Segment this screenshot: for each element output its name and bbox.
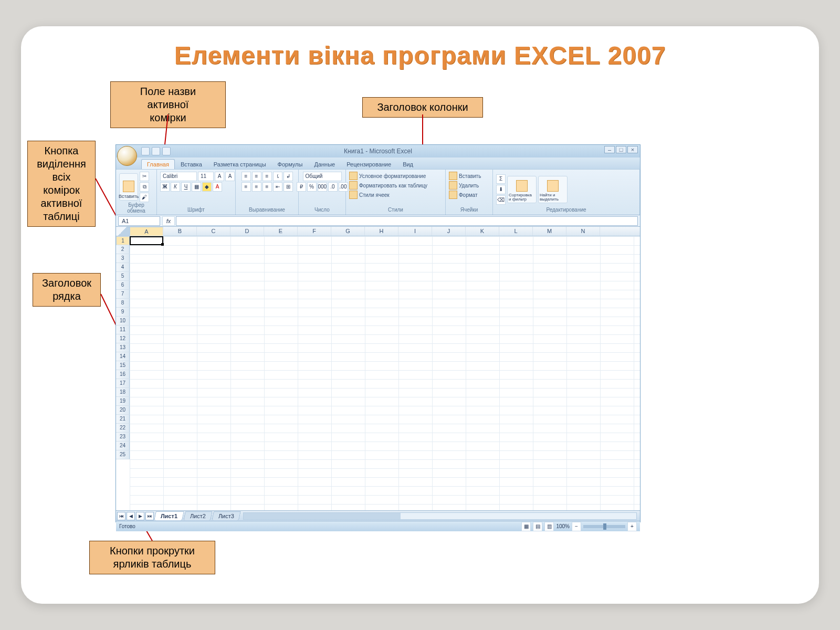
select-all-button[interactable] [116, 227, 130, 236]
sheet-nav-next[interactable]: ▶ [136, 512, 144, 520]
font-size-select[interactable]: 11 [198, 172, 214, 181]
row-header[interactable]: 10 [116, 317, 130, 326]
fill-icon[interactable]: ⬇ [496, 185, 506, 194]
insert-cells-button[interactable]: Вставить [449, 172, 481, 180]
view-layout-icon[interactable]: ▤ [533, 522, 542, 531]
find-select-button[interactable]: Найти и выделить [538, 176, 568, 203]
percent-icon[interactable]: % [307, 182, 317, 192]
sheet-nav-last[interactable]: ⏭ [145, 512, 154, 520]
tab-review[interactable]: Рецензирование [341, 159, 397, 169]
cell-grid[interactable] [130, 236, 640, 510]
zoom-slider[interactable] [583, 525, 625, 528]
sheet-tab-active[interactable]: Лист1 [154, 511, 184, 520]
number-format-select[interactable]: Общий [303, 172, 342, 181]
row-header[interactable]: 9 [116, 308, 130, 317]
underline-button[interactable]: Ч [181, 182, 191, 192]
bold-button[interactable]: Ж [160, 182, 170, 192]
row-header[interactable]: 11 [116, 326, 130, 334]
wrap-text-icon[interactable]: ↲ [284, 172, 293, 181]
inc-decimal-icon[interactable]: .0 [328, 182, 338, 192]
column-header[interactable]: D [230, 227, 264, 236]
delete-cells-button[interactable]: Удалить [449, 181, 479, 190]
sort-filter-button[interactable]: Сортировка и фильтр [507, 176, 537, 203]
view-normal-icon[interactable]: ▦ [521, 522, 531, 531]
row-header[interactable]: 5 [116, 272, 130, 281]
align-center-icon[interactable]: ≡ [252, 182, 261, 192]
row-header[interactable]: 24 [116, 442, 130, 450]
view-pagebreak-icon[interactable]: ▥ [544, 522, 554, 531]
clear-icon[interactable]: ⌫ [496, 195, 506, 205]
tab-insert[interactable]: Вставка [175, 159, 208, 169]
column-header[interactable]: I [398, 227, 432, 236]
row-header[interactable]: 15 [116, 361, 130, 370]
indent-dec-icon[interactable]: ⇤ [273, 182, 282, 192]
horizontal-scrollbar[interactable] [243, 512, 637, 520]
row-header[interactable]: 1 [116, 236, 130, 245]
autosum-icon[interactable]: Σ [496, 174, 506, 184]
tab-formulas[interactable]: Формулы [272, 159, 309, 169]
row-header[interactable]: 4 [116, 263, 130, 272]
tab-home[interactable]: Главная [141, 159, 175, 169]
row-header[interactable]: 22 [116, 424, 130, 433]
row-header[interactable]: 21 [116, 415, 130, 424]
column-header[interactable]: H [365, 227, 398, 236]
align-top-icon[interactable]: ≡ [242, 172, 251, 181]
align-bottom-icon[interactable]: ≡ [262, 172, 272, 181]
row-header[interactable]: 13 [116, 343, 130, 352]
fx-button[interactable]: fx [162, 216, 175, 226]
align-right-icon[interactable]: ≡ [262, 182, 272, 192]
column-header[interactable]: M [533, 227, 566, 236]
row-header[interactable]: 8 [116, 299, 130, 308]
sheet-tab[interactable]: Лист2 [183, 511, 213, 520]
column-header[interactable]: K [466, 227, 499, 236]
row-header[interactable]: 12 [116, 334, 130, 343]
currency-icon[interactable]: ₽ [297, 182, 306, 192]
row-header[interactable]: 18 [116, 388, 130, 397]
row-header[interactable]: 20 [116, 406, 130, 415]
formula-input[interactable] [176, 216, 638, 226]
name-box[interactable]: A1 [118, 216, 160, 226]
column-header[interactable]: G [331, 227, 365, 236]
formatpainter-icon[interactable]: 🖌 [140, 193, 149, 202]
zoom-in-button[interactable]: + [627, 522, 637, 531]
row-header[interactable]: 25 [116, 450, 130, 459]
conditional-formatting-button[interactable]: Условное форматирование [349, 172, 426, 180]
maximize-button[interactable]: □ [616, 146, 626, 153]
align-middle-icon[interactable]: ≡ [252, 172, 261, 181]
format-cells-button[interactable]: Формат [449, 191, 478, 199]
column-header[interactable]: J [432, 227, 466, 236]
row-header[interactable]: 19 [116, 397, 130, 406]
column-header[interactable]: A [130, 227, 163, 236]
tab-view[interactable]: Вид [397, 159, 419, 169]
row-header[interactable]: 17 [116, 379, 130, 388]
column-header[interactable]: C [197, 227, 230, 236]
tab-pagelayout[interactable]: Разметка страницы [208, 159, 272, 169]
column-header[interactable]: L [499, 227, 533, 236]
merge-icon[interactable]: ⊞ [284, 182, 293, 192]
zoom-out-button[interactable]: − [572, 522, 581, 531]
grow-font-icon[interactable]: A [215, 172, 224, 181]
column-header[interactable]: B [163, 227, 197, 236]
sheet-nav-first[interactable]: ⏮ [117, 512, 125, 520]
column-header[interactable]: N [566, 227, 600, 236]
cell-styles-button[interactable]: Стили ячеек [349, 191, 390, 199]
row-header[interactable]: 23 [116, 433, 130, 442]
column-header[interactable]: E [264, 227, 298, 236]
row-header[interactable]: 6 [116, 281, 130, 290]
shrink-font-icon[interactable]: A [225, 172, 235, 181]
office-button[interactable] [117, 146, 137, 166]
fill-color-icon[interactable]: ◆ [202, 182, 212, 192]
row-header[interactable]: 3 [116, 254, 130, 263]
font-color-icon[interactable]: A [213, 182, 222, 192]
active-cell[interactable] [130, 236, 163, 245]
font-name-select[interactable]: Calibri [160, 172, 197, 181]
tab-data[interactable]: Данные [308, 159, 341, 169]
row-header[interactable]: 14 [116, 352, 130, 361]
column-header[interactable]: F [298, 227, 331, 236]
row-header[interactable]: 7 [116, 290, 130, 299]
comma-icon[interactable]: 000 [318, 182, 327, 192]
row-header[interactable]: 2 [116, 245, 130, 254]
border-icon[interactable]: ▦ [192, 182, 201, 192]
align-left-icon[interactable]: ≡ [242, 182, 251, 192]
minimize-button[interactable]: – [604, 146, 615, 153]
